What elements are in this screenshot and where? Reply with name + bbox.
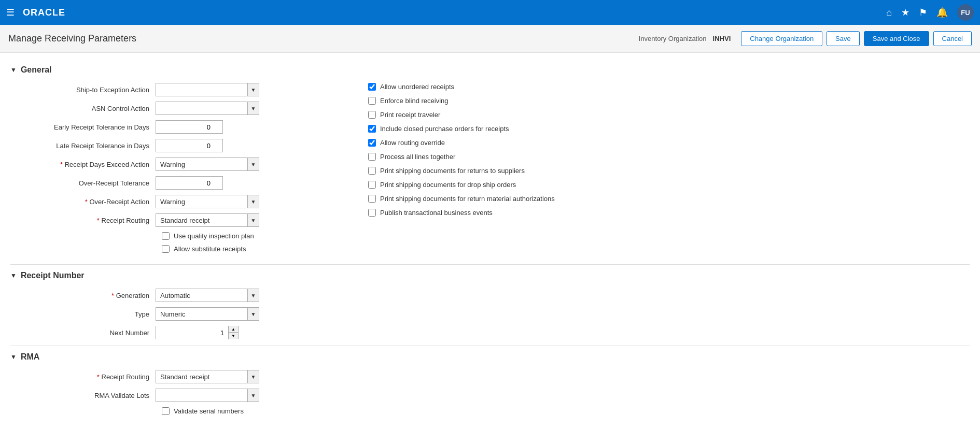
generation-select[interactable]: Automatic ▼ xyxy=(156,289,259,302)
over-receipt-action-arrow[interactable]: ▼ xyxy=(247,195,259,208)
next-number-field[interactable]: ▲ ▼ xyxy=(156,326,239,339)
next-number-input[interactable] xyxy=(156,326,228,339)
ship-to-exception-arrow[interactable]: ▼ xyxy=(247,83,259,96)
early-receipt-tolerance-input[interactable] xyxy=(156,120,223,134)
allow-routing-override-checkbox[interactable] xyxy=(368,139,376,147)
validate-serial-checkbox[interactable] xyxy=(162,407,170,415)
general-collapse-icon[interactable]: ▼ xyxy=(10,66,17,74)
ship-to-exception-value xyxy=(156,88,247,92)
process-all-lines-row: Process all lines together xyxy=(368,153,586,161)
publish-transactional-row: Publish transactional business events xyxy=(368,209,586,217)
print-shipping-returns-checkbox[interactable] xyxy=(368,167,376,175)
receipt-number-section-header: ▼ Receipt Number xyxy=(10,271,970,280)
rma-receipt-routing-arrow[interactable]: ▼ xyxy=(247,370,259,383)
rma-validate-lots-select[interactable]: ▼ xyxy=(156,389,259,402)
print-shipping-drop-label: Print shipping documents for drop ship o… xyxy=(380,181,516,189)
save-button[interactable]: Save xyxy=(827,31,860,46)
main-content: ▼ General Ship-to Exception Action ▼ ASN… xyxy=(0,53,980,428)
validate-serial-row: Validate serial numbers xyxy=(162,407,347,415)
generation-label: Generation xyxy=(10,292,156,299)
receipt-number-form: Generation Automatic ▼ Type Numeric ▼ Ne… xyxy=(10,289,347,339)
notifications-icon[interactable]: 🔔 xyxy=(936,7,948,18)
receipt-days-exceed-label: Receipt Days Exceed Action xyxy=(10,161,156,168)
rma-collapse-icon[interactable]: ▼ xyxy=(10,353,17,361)
type-arrow[interactable]: ▼ xyxy=(247,308,259,320)
favorites-icon[interactable]: ★ xyxy=(901,7,909,18)
hamburger-menu-icon[interactable]: ☰ xyxy=(6,7,15,18)
inv-org-value: INHVI xyxy=(713,35,731,42)
rma-validate-lots-row: RMA Validate Lots ▼ xyxy=(10,389,347,402)
publish-transactional-checkbox[interactable] xyxy=(368,209,376,217)
enforce-blind-checkbox[interactable] xyxy=(368,97,376,105)
rma-receipt-routing-label: Receipt Routing xyxy=(10,373,156,381)
receipt-number-section-title: Receipt Number xyxy=(21,271,85,280)
rma-receipt-routing-value: Standard receipt xyxy=(156,371,247,383)
general-receipt-routing-select[interactable]: Standard receipt ▼ xyxy=(156,213,259,227)
type-value: Numeric xyxy=(156,308,247,320)
receipt-days-exceed-select[interactable]: Warning ▼ xyxy=(156,157,259,171)
rma-receipt-routing-control: Standard receipt ▼ xyxy=(156,370,259,383)
type-row: Type Numeric ▼ xyxy=(10,307,347,321)
receipt-days-exceed-control: Warning ▼ xyxy=(156,157,259,171)
general-receipt-routing-value: Standard receipt xyxy=(156,214,247,226)
allow-unordered-label: Allow unordered receipts xyxy=(380,83,454,91)
asn-control-arrow[interactable]: ▼ xyxy=(247,102,259,114)
allow-substitute-checkbox[interactable] xyxy=(162,245,170,253)
allow-routing-override-row: Allow routing override xyxy=(368,139,586,147)
print-receipt-traveler-label: Print receipt traveler xyxy=(380,111,440,119)
ship-to-exception-select[interactable]: ▼ xyxy=(156,83,259,96)
over-receipt-action-row: Over-Receipt Action Warning ▼ xyxy=(10,195,347,208)
over-receipt-tolerance-label: Over-Receipt Tolerance xyxy=(10,179,156,187)
over-receipt-tolerance-input[interactable] xyxy=(156,176,223,190)
cancel-button[interactable]: Cancel xyxy=(933,31,972,46)
generation-value: Automatic xyxy=(156,290,247,302)
print-shipping-rma-checkbox[interactable] xyxy=(368,195,376,203)
general-form-left: Ship-to Exception Action ▼ ASN Control A… xyxy=(10,83,347,258)
flag-icon[interactable]: ⚑ xyxy=(919,7,927,18)
late-receipt-tolerance-input[interactable] xyxy=(156,139,223,152)
generation-row: Generation Automatic ▼ xyxy=(10,289,347,302)
next-number-up-button[interactable]: ▲ xyxy=(229,326,238,333)
general-section-header: ▼ General xyxy=(10,65,970,75)
enforce-blind-row: Enforce blind receiving xyxy=(368,97,586,105)
print-receipt-traveler-checkbox[interactable] xyxy=(368,111,376,119)
late-receipt-tolerance-label: Late Receipt Tolerance in Days xyxy=(10,142,156,150)
validate-serial-label: Validate serial numbers xyxy=(174,407,244,415)
top-navigation-bar: ☰ ORACLE ⌂ ★ ⚑ 🔔 FU xyxy=(0,0,980,25)
allow-unordered-row: Allow unordered receipts xyxy=(368,83,586,91)
general-form-layout: Ship-to Exception Action ▼ ASN Control A… xyxy=(10,83,970,258)
rma-validate-lots-arrow[interactable]: ▼ xyxy=(247,389,259,402)
receipt-number-collapse-icon[interactable]: ▼ xyxy=(10,272,17,279)
type-select[interactable]: Numeric ▼ xyxy=(156,307,259,321)
late-receipt-tolerance-control xyxy=(156,139,259,152)
home-icon[interactable]: ⌂ xyxy=(886,7,892,18)
over-receipt-tolerance-row: Over-Receipt Tolerance xyxy=(10,176,347,190)
general-receipt-routing-row: Receipt Routing Standard receipt ▼ xyxy=(10,213,347,227)
general-receipt-routing-control: Standard receipt ▼ xyxy=(156,213,259,227)
allow-unordered-checkbox[interactable] xyxy=(368,83,376,91)
over-receipt-action-select[interactable]: Warning ▼ xyxy=(156,195,259,208)
use-quality-checkbox[interactable] xyxy=(162,232,170,240)
enforce-blind-label: Enforce blind receiving xyxy=(380,97,449,105)
general-receipt-routing-arrow[interactable]: ▼ xyxy=(247,214,259,226)
ship-to-exception-label: Ship-to Exception Action xyxy=(10,86,156,94)
generation-arrow[interactable]: ▼ xyxy=(247,289,259,302)
allow-routing-override-label: Allow routing override xyxy=(380,139,445,147)
asn-control-row: ASN Control Action ▼ xyxy=(10,102,347,115)
early-receipt-tolerance-control xyxy=(156,120,259,134)
change-organization-button[interactable]: Change Organization xyxy=(741,31,822,46)
print-shipping-drop-checkbox[interactable] xyxy=(368,181,376,189)
next-number-row: Next Number ▲ ▼ xyxy=(10,326,347,339)
receipt-days-exceed-arrow[interactable]: ▼ xyxy=(247,158,259,170)
include-closed-po-checkbox[interactable] xyxy=(368,125,376,133)
user-avatar[interactable]: FU xyxy=(957,4,974,21)
print-shipping-returns-row: Print shipping documents for returns to … xyxy=(368,167,586,175)
rma-section-header: ▼ RMA xyxy=(10,352,970,362)
next-number-down-button[interactable]: ▼ xyxy=(229,333,238,339)
general-receipt-routing-label: Receipt Routing xyxy=(10,217,156,224)
save-and-close-button[interactable]: Save and Close xyxy=(864,31,929,46)
asn-control-select[interactable]: ▼ xyxy=(156,102,259,115)
process-all-lines-checkbox[interactable] xyxy=(368,153,376,161)
rma-validate-lots-label: RMA Validate Lots xyxy=(10,392,156,399)
rma-receipt-routing-select[interactable]: Standard receipt ▼ xyxy=(156,370,259,383)
